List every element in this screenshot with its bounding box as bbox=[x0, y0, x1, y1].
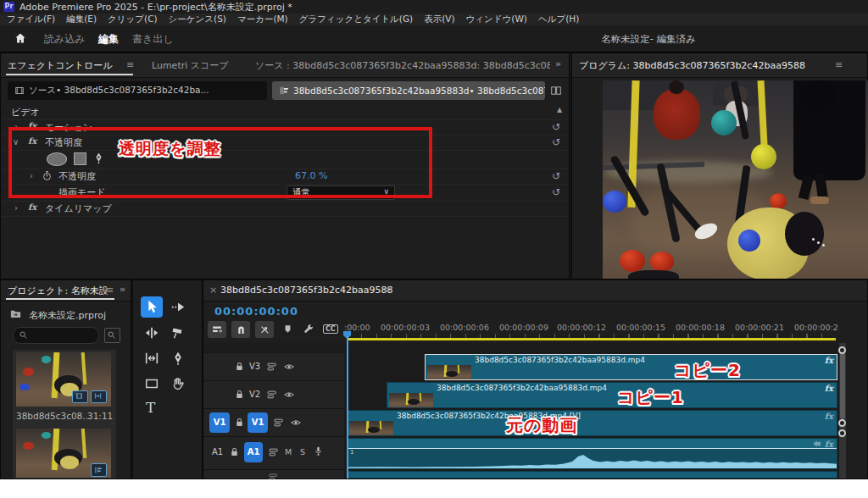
thumb-ball bbox=[19, 384, 29, 390]
panel-menu-icon[interactable]: ≡ bbox=[835, 59, 843, 70]
scrollbar-handle[interactable] bbox=[838, 346, 846, 354]
menu-window[interactable]: ウィンドウ(W) bbox=[466, 14, 527, 25]
project-item-name[interactable]: 38bd8d5c3c08... bbox=[16, 411, 91, 421]
fit-badge[interactable] bbox=[91, 390, 107, 403]
lock-icon[interactable] bbox=[234, 389, 245, 400]
project-file-name[interactable]: 名称未設定.prproj bbox=[29, 309, 106, 322]
menu-sequence[interactable]: シーケンス(S) bbox=[169, 14, 226, 25]
home-icon[interactable] bbox=[14, 31, 27, 45]
sync-lock-icon[interactable] bbox=[266, 361, 278, 373]
panel-menu-icon[interactable]: ≡ bbox=[106, 285, 114, 296]
tab-program-monitor[interactable]: プログラム: 38bd8d5c3c087365f3b2c42baa9588 bbox=[579, 59, 805, 72]
workspace-tab-import[interactable]: 読み込み bbox=[44, 32, 86, 47]
tab-lumetri-scopes[interactable]: Lumetri スコープ bbox=[152, 59, 229, 72]
reset-blend-mode-icon[interactable]: ↺ bbox=[552, 186, 560, 198]
mute-button[interactable]: M bbox=[285, 447, 292, 456]
fx-icon[interactable]: fx bbox=[28, 202, 36, 212]
sync-lock-icon[interactable] bbox=[268, 472, 279, 479]
sync-lock-icon[interactable] bbox=[266, 389, 278, 401]
sequence-clip-button[interactable]: 38bd8d5c3c087365f3b2c42baa95883d• 38bd8d… bbox=[272, 81, 545, 100]
premiere-app-icon: Pr bbox=[3, 2, 14, 12]
track-output-eye-icon[interactable] bbox=[283, 389, 295, 401]
chevron-right-icon[interactable]: › bbox=[14, 203, 18, 213]
project-item-card[interactable]: 38bd8d5c3c08... 31:11 bbox=[13, 350, 116, 433]
playhead-timecode[interactable]: 00:00:00:00 bbox=[214, 305, 298, 318]
clip-v1-original[interactable]: 38bd8d5c3c087365f3b2c42baa95883d.mp4 [V]… bbox=[347, 410, 837, 436]
effect-controls-tabbar: エフェクトコントロール ≡ Lumetri スコープ ソース : 38bd8d5… bbox=[1, 53, 569, 78]
fx-badge: fx bbox=[825, 440, 833, 449]
tab-overflow-icon[interactable]: » bbox=[120, 284, 125, 295]
menu-file[interactable]: ファイル(F) bbox=[7, 14, 55, 25]
clip-a2-audio-partial[interactable] bbox=[347, 471, 837, 479]
tab-timeline-sequence[interactable]: 38bd8d5c3c087365f3b2c42baa9588 bbox=[220, 285, 392, 296]
slip-tool-icon[interactable] bbox=[144, 351, 159, 366]
panel-menu-icon[interactable]: ≡ bbox=[383, 285, 391, 296]
menu-clip[interactable]: クリップ(C) bbox=[108, 14, 158, 25]
track-target-v1-button[interactable]: V1 bbox=[248, 412, 268, 433]
workspace-tab-edit[interactable]: 編集 bbox=[98, 32, 119, 47]
pen-tool-icon[interactable] bbox=[170, 351, 186, 366]
workspace-tab-export[interactable]: 書き出し bbox=[132, 32, 174, 47]
time-remap-row[interactable]: › fx タイムリマップ bbox=[3, 201, 569, 217]
clip-v3-copy2[interactable]: 38bd8d5c3c087365f3b2c42baa95883d.mp4 fx bbox=[425, 354, 837, 380]
ruler-tick-label: 00:00:00:15 bbox=[616, 323, 665, 332]
tab-project[interactable]: プロジェクト: 名称未設 bbox=[8, 285, 108, 297]
source-clip-button[interactable]: ソース• 38bd8d5c3c087365f3b2c42ba... bbox=[8, 81, 267, 100]
tab-overflow-icon[interactable]: » bbox=[555, 58, 561, 69]
scrollbar-handle[interactable] bbox=[838, 429, 846, 437]
menu-graphics-titles[interactable]: グラフィックとタイトル(G) bbox=[299, 14, 414, 25]
project-status-label: 名称未設定- 編集済み bbox=[542, 33, 754, 46]
sync-lock-icon[interactable] bbox=[268, 446, 280, 458]
playhead-line[interactable] bbox=[347, 336, 348, 479]
rectangle-tool-icon[interactable] bbox=[144, 376, 159, 391]
lock-icon[interactable] bbox=[234, 361, 245, 372]
track-target-a1-button[interactable]: A1 bbox=[244, 442, 263, 462]
track-label-v3[interactable]: V3 bbox=[249, 362, 260, 371]
voiceover-mic-icon[interactable] bbox=[313, 445, 324, 456]
hand-tool-icon[interactable] bbox=[170, 376, 186, 391]
tab-effect-controls[interactable]: エフェクトコントロール bbox=[8, 59, 113, 72]
track-output-eye-icon[interactable] bbox=[290, 417, 302, 429]
source-patch-a1-label[interactable]: A1 bbox=[212, 447, 223, 456]
search-input[interactable] bbox=[13, 327, 99, 344]
sync-lock-icon[interactable] bbox=[273, 417, 285, 429]
tab-source-monitor[interactable]: ソース : 38bd8d5c3c087365f3b2c42baa95883d: … bbox=[255, 59, 550, 72]
track-label-v2[interactable]: V2 bbox=[249, 390, 260, 399]
folder-up-icon[interactable] bbox=[9, 307, 22, 320]
razor-tool-icon[interactable] bbox=[170, 325, 186, 340]
project-item-card[interactable] bbox=[13, 426, 116, 479]
reset-opacity-param-icon[interactable]: ↺ bbox=[552, 170, 560, 182]
menu-marker[interactable]: マーカー(M) bbox=[237, 14, 288, 25]
menu-help[interactable]: ヘルプ(H) bbox=[538, 14, 579, 25]
search-bin-icon[interactable] bbox=[104, 328, 120, 343]
type-tool[interactable]: T bbox=[146, 399, 155, 416]
lock-icon[interactable] bbox=[229, 446, 240, 457]
menu-view[interactable]: 表示(V) bbox=[424, 14, 454, 25]
scrollbar-thumb[interactable] bbox=[840, 350, 845, 419]
clip-a1-audio[interactable]: 1 fx bbox=[347, 438, 837, 469]
clip-usage-badge[interactable] bbox=[72, 390, 88, 403]
track-select-tool-icon[interactable] bbox=[170, 300, 186, 315]
split-view-icon[interactable] bbox=[550, 85, 562, 97]
ruler-tick-label: 00:00:00:06 bbox=[440, 323, 489, 332]
collapse-section-icon[interactable]: ▲ bbox=[557, 106, 562, 113]
reset-motion-icon[interactable]: ↺ bbox=[552, 121, 560, 133]
scrollbar-handle[interactable] bbox=[838, 419, 846, 427]
timeline-vertical-scrollbar[interactable] bbox=[839, 343, 846, 479]
clip-v2-copy1[interactable]: 38bd8d5c3c087365f3b2c42baa95883d.mp4 fx bbox=[387, 382, 837, 408]
ruler-tick-label: 00:00:00:18 bbox=[676, 323, 725, 332]
ripple-edit-tool-icon[interactable] bbox=[144, 325, 159, 340]
lock-icon[interactable] bbox=[234, 417, 245, 428]
menu-edit[interactable]: 編集(E) bbox=[66, 14, 97, 25]
panel-menu-icon[interactable]: ≡ bbox=[126, 59, 134, 70]
track-output-eye-icon[interactable] bbox=[283, 361, 295, 373]
solo-button[interactable]: S bbox=[300, 447, 305, 456]
reset-opacity-icon[interactable]: ↺ bbox=[552, 136, 560, 148]
close-icon[interactable]: × bbox=[209, 285, 217, 296]
time-ruler[interactable]: :00:00 00:00:00:03 00:00:00:06 00:00:00:… bbox=[203, 323, 838, 333]
selection-tool[interactable] bbox=[141, 296, 163, 318]
sequence-badge[interactable] bbox=[91, 463, 107, 477]
source-patch-v1-button[interactable]: V1 bbox=[209, 412, 230, 433]
thumb-ball bbox=[42, 356, 51, 362]
thumb-ball bbox=[23, 442, 34, 450]
